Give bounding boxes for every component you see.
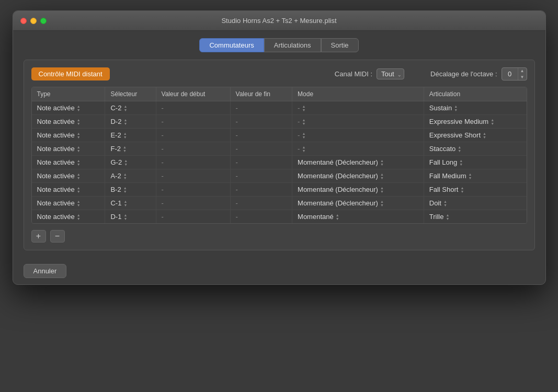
- art-arrows[interactable]: ▲▼: [446, 213, 449, 221]
- type-up[interactable]: ▲: [77, 213, 81, 217]
- art-down[interactable]: ▼: [459, 163, 463, 166]
- type-down[interactable]: ▼: [77, 149, 81, 153]
- art-down[interactable]: ▼: [483, 135, 486, 139]
- sel-up[interactable]: ▲: [123, 213, 127, 217]
- sel-arrows[interactable]: ▲▼: [124, 159, 128, 166]
- mode-arrows[interactable]: ▲▼: [380, 186, 384, 193]
- sel-up[interactable]: ▲: [123, 172, 127, 176]
- art-up[interactable]: ▲: [459, 159, 463, 163]
- sel-down[interactable]: ▼: [123, 190, 127, 193]
- mode-up[interactable]: ▲: [380, 172, 384, 176]
- type-arrows[interactable]: ▲▼: [77, 213, 81, 221]
- art-up[interactable]: ▲: [469, 172, 472, 176]
- sel-arrows[interactable]: ▲▼: [123, 132, 127, 139]
- mode-arrows[interactable]: ▲▼: [302, 118, 305, 125]
- type-arrows[interactable]: ▲▼: [77, 186, 81, 193]
- decalage-up-arrow[interactable]: ▲: [518, 68, 527, 74]
- mode-arrows[interactable]: ▲▼: [302, 145, 305, 153]
- type-arrows[interactable]: ▲▼: [77, 172, 81, 180]
- type-down[interactable]: ▼: [77, 176, 81, 180]
- close-button[interactable]: [20, 18, 27, 24]
- art-down[interactable]: ▼: [491, 122, 494, 125]
- art-down[interactable]: ▼: [469, 176, 472, 180]
- mode-up[interactable]: ▲: [336, 213, 339, 217]
- mode-arrows[interactable]: ▲▼: [302, 132, 305, 139]
- type-arrows[interactable]: ▲▼: [77, 145, 81, 153]
- sel-up[interactable]: ▲: [123, 186, 127, 190]
- type-arrows[interactable]: ▲▼: [77, 200, 81, 207]
- mode-down[interactable]: ▼: [302, 135, 305, 139]
- art-down[interactable]: ▼: [443, 203, 447, 207]
- mode-up[interactable]: ▲: [380, 159, 384, 163]
- add-button[interactable]: +: [31, 230, 46, 243]
- type-down[interactable]: ▼: [77, 190, 81, 193]
- art-arrows[interactable]: ▲▼: [458, 145, 461, 153]
- sel-up[interactable]: ▲: [123, 200, 127, 203]
- sel-up[interactable]: ▲: [123, 145, 127, 149]
- mode-arrows[interactable]: ▲▼: [380, 172, 384, 180]
- art-arrows[interactable]: ▲▼: [460, 186, 464, 193]
- type-up[interactable]: ▲: [77, 186, 81, 190]
- art-down[interactable]: ▼: [446, 217, 449, 221]
- sel-arrows[interactable]: ▲▼: [123, 172, 127, 180]
- art-up[interactable]: ▲: [460, 186, 464, 190]
- decalage-down-arrow[interactable]: ▼: [518, 74, 527, 80]
- art-up[interactable]: ▲: [491, 118, 494, 122]
- mode-arrows[interactable]: ▲▼: [302, 105, 305, 112]
- maximize-button[interactable]: [40, 18, 47, 24]
- tab-articulations[interactable]: Articulations: [264, 38, 321, 52]
- type-up[interactable]: ▲: [77, 145, 81, 149]
- sel-up[interactable]: ▲: [123, 118, 127, 122]
- art-arrows[interactable]: ▲▼: [459, 159, 463, 166]
- sel-down[interactable]: ▼: [123, 217, 127, 221]
- art-arrows[interactable]: ▲▼: [469, 172, 472, 180]
- sel-arrows[interactable]: ▲▼: [123, 200, 127, 207]
- sel-down[interactable]: ▼: [123, 135, 127, 139]
- mode-down[interactable]: ▼: [302, 122, 305, 125]
- mode-up[interactable]: ▲: [302, 118, 305, 122]
- type-up[interactable]: ▲: [77, 118, 81, 122]
- art-arrows[interactable]: ▲▼: [483, 132, 486, 139]
- type-arrows[interactable]: ▲▼: [77, 159, 81, 166]
- art-up[interactable]: ▲: [458, 145, 461, 149]
- annuler-button[interactable]: Annuler: [24, 264, 67, 278]
- sel-up[interactable]: ▲: [124, 159, 128, 163]
- mode-down[interactable]: ▼: [380, 163, 384, 166]
- art-up[interactable]: ▲: [443, 200, 447, 203]
- type-down[interactable]: ▼: [77, 217, 81, 221]
- sel-up[interactable]: ▲: [123, 105, 127, 108]
- mode-arrows[interactable]: ▲▼: [380, 200, 384, 207]
- type-down[interactable]: ▼: [77, 108, 81, 112]
- art-up[interactable]: ▲: [446, 213, 449, 217]
- tab-sortie[interactable]: Sortie: [321, 38, 359, 52]
- type-up[interactable]: ▲: [77, 105, 81, 108]
- art-arrows[interactable]: ▲▼: [491, 118, 494, 125]
- art-down[interactable]: ▼: [460, 190, 464, 193]
- mode-up[interactable]: ▲: [380, 200, 384, 203]
- sel-arrows[interactable]: ▲▼: [123, 118, 127, 125]
- art-down[interactable]: ▼: [458, 149, 461, 153]
- sel-arrows[interactable]: ▲▼: [123, 186, 127, 193]
- mode-down[interactable]: ▼: [380, 176, 384, 180]
- type-up[interactable]: ▲: [77, 132, 81, 135]
- sel-down[interactable]: ▼: [123, 149, 127, 153]
- mode-down[interactable]: ▼: [336, 217, 339, 221]
- sel-arrows[interactable]: ▲▼: [123, 213, 127, 221]
- sel-down[interactable]: ▼: [123, 176, 127, 180]
- art-arrows[interactable]: ▲▼: [443, 200, 447, 207]
- art-arrows[interactable]: ▲▼: [454, 105, 458, 112]
- mode-down[interactable]: ▼: [380, 190, 384, 193]
- mode-up[interactable]: ▲: [302, 105, 305, 108]
- type-up[interactable]: ▲: [77, 200, 81, 203]
- art-up[interactable]: ▲: [454, 105, 458, 108]
- mode-up[interactable]: ▲: [302, 145, 305, 149]
- mode-arrows[interactable]: ▲▼: [336, 213, 339, 221]
- mode-up[interactable]: ▲: [302, 132, 305, 135]
- mode-down[interactable]: ▼: [302, 149, 305, 153]
- type-down[interactable]: ▼: [77, 122, 81, 125]
- type-down[interactable]: ▼: [77, 203, 81, 207]
- mode-down[interactable]: ▼: [302, 108, 305, 112]
- type-arrows[interactable]: ▲▼: [77, 118, 81, 125]
- sel-up[interactable]: ▲: [123, 132, 127, 135]
- mode-up[interactable]: ▲: [380, 186, 384, 190]
